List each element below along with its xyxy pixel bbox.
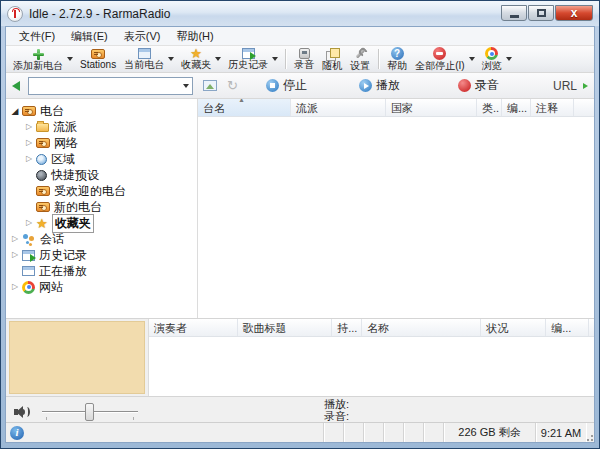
volume-slider[interactable] (42, 403, 138, 421)
browse-button[interactable]: 浏览 (478, 47, 506, 72)
volume-slider-thumb[interactable] (85, 403, 94, 421)
favorites-button[interactable]: ★ 收藏夹 (177, 47, 215, 72)
expand-icon[interactable]: ▷ (9, 231, 21, 247)
help-icon (391, 47, 404, 60)
stations-button[interactable]: Stations (76, 47, 120, 72)
column-station-name[interactable]: 台名 (198, 99, 291, 116)
record-button[interactable]: 录音 (458, 77, 499, 94)
expand-icon[interactable]: ▷ (9, 247, 21, 263)
tree-item-websites[interactable]: ▷ 网站 (6, 279, 197, 295)
tree-item-popular-stations[interactable]: 受欢迎的电台 (6, 183, 197, 199)
radio-icon (36, 202, 50, 212)
now-playing-status: 播放: 录音: (324, 398, 352, 422)
expand-icon[interactable]: ▷ (23, 135, 35, 151)
current-station-dropdown[interactable] (168, 57, 174, 61)
column-artist[interactable]: 演奏者 (149, 319, 238, 336)
record-status-label: 录音: (324, 410, 349, 422)
tree-item-regions[interactable]: ▷ 区域 (6, 151, 197, 167)
stop-all-dropdown[interactable] (469, 57, 475, 61)
column-duration[interactable]: 持... (332, 319, 362, 336)
tree-item-genres[interactable]: ▷ 流派 (6, 119, 197, 135)
address-input[interactable] (29, 79, 180, 93)
track-table: 演奏者 歌曲标题 持... 名称 状况 编... (148, 319, 594, 396)
back-icon[interactable] (12, 81, 20, 91)
expand-icon[interactable]: ▷ (23, 215, 35, 231)
radio-icon (91, 49, 105, 59)
history-icon (242, 48, 255, 59)
column-status[interactable]: 状况 (481, 319, 546, 336)
random-button[interactable]: 随机 (318, 47, 346, 72)
resize-grip[interactable] (586, 423, 594, 442)
menu-help[interactable]: 帮助(H) (169, 27, 220, 46)
status-cell (364, 423, 384, 442)
menu-edit[interactable]: 编辑(E) (64, 27, 115, 46)
play-icon (359, 79, 372, 92)
add-station-button[interactable]: 添加新电台 (9, 47, 67, 72)
address-dropdown[interactable] (183, 84, 189, 88)
image-icon[interactable] (203, 80, 217, 91)
refresh-icon-disabled: ↻ (227, 79, 238, 92)
close-button[interactable]: x (555, 5, 593, 21)
app-icon (7, 6, 23, 22)
history-dropdown[interactable] (272, 57, 278, 61)
history-button[interactable]: 历史记录 (224, 47, 272, 72)
stop-all-button[interactable]: 全部停止(I) (411, 47, 468, 72)
menu-view[interactable]: 表示(V) (117, 27, 168, 46)
add-station-dropdown[interactable] (67, 57, 73, 61)
column-country[interactable]: 国家 (386, 99, 477, 116)
expand-icon[interactable]: ▷ (23, 151, 35, 167)
tree-item-favorites[interactable]: ▷ ★ 收藏夹 (6, 215, 197, 231)
tree-item-new-stations[interactable]: 新的电台 (6, 199, 197, 215)
help-button[interactable]: 帮助 (383, 47, 411, 72)
expand-icon[interactable]: ▷ (23, 119, 35, 135)
column-comment[interactable]: 注释 (531, 99, 574, 116)
tree-item-now-playing[interactable]: 正在播放 (6, 263, 197, 279)
main-toolbar: 添加新电台 Stations 当前电台 ★ 收藏夹 历史记录 (6, 46, 594, 73)
record-tool-button[interactable]: 录音 (290, 47, 318, 72)
maximize-button[interactable] (528, 5, 554, 21)
tree-item-stations[interactable]: ◢ 电台 (6, 103, 197, 119)
menubar: 文件(F) 编辑(E) 表示(V) 帮助(H) (6, 27, 594, 46)
menu-file[interactable]: 文件(F) (12, 27, 62, 46)
tree-item-sessions[interactable]: ▷ 会话 (6, 231, 197, 247)
speaker-icon[interactable] (14, 405, 32, 419)
window-icon (138, 48, 151, 59)
wrench-icon (354, 47, 367, 60)
window-icon (22, 266, 35, 276)
radio-icon (22, 106, 36, 116)
minimize-button[interactable] (501, 5, 527, 21)
url-arrow-icon (583, 83, 588, 89)
collapse-icon[interactable]: ◢ (9, 103, 21, 119)
url-toggle[interactable]: URL (553, 79, 588, 93)
expand-icon[interactable]: ▷ (9, 279, 21, 295)
close-icon: x (571, 7, 578, 19)
tree-item-history[interactable]: ▷ 历史记录 (6, 247, 197, 263)
column-filler (574, 99, 594, 116)
disk-free-status: 226 GB 剩余 (444, 423, 536, 442)
tree-item-quick-presets[interactable]: 快捷预设 (6, 167, 197, 183)
track-list-body[interactable] (149, 337, 594, 396)
stop-button[interactable]: 停止 (266, 77, 307, 94)
preset-icon (36, 170, 47, 181)
column-encoding[interactable]: 编... (502, 99, 531, 116)
column-genre[interactable]: 流派 (291, 99, 386, 116)
column-name[interactable]: 名称 (362, 319, 481, 336)
play-button[interactable]: 播放 (359, 77, 400, 94)
column-encoding[interactable]: 编... (546, 319, 589, 336)
settings-button[interactable]: 设置 (346, 47, 374, 72)
favorites-dropdown[interactable] (215, 57, 221, 61)
maximize-icon (537, 9, 546, 17)
people-icon (22, 233, 36, 245)
tree-item-networks[interactable]: ▷ 网络 (6, 135, 197, 151)
window-title: Idle - 2.72.9 - RarmaRadio (29, 7, 170, 21)
website-icon (22, 281, 35, 294)
browse-dropdown[interactable] (506, 57, 512, 61)
toolbar-separator (378, 49, 379, 69)
star-icon: ★ (190, 48, 202, 59)
column-type[interactable]: 类.. (477, 99, 502, 116)
column-song-title[interactable]: 歌曲标题 (238, 319, 333, 336)
address-combobox[interactable] (28, 77, 193, 95)
current-station-button[interactable]: 当前电台 (120, 47, 168, 72)
station-list-body[interactable] (198, 117, 594, 318)
statusbar: 226 GB 剩余 9:21 AM (6, 422, 594, 442)
